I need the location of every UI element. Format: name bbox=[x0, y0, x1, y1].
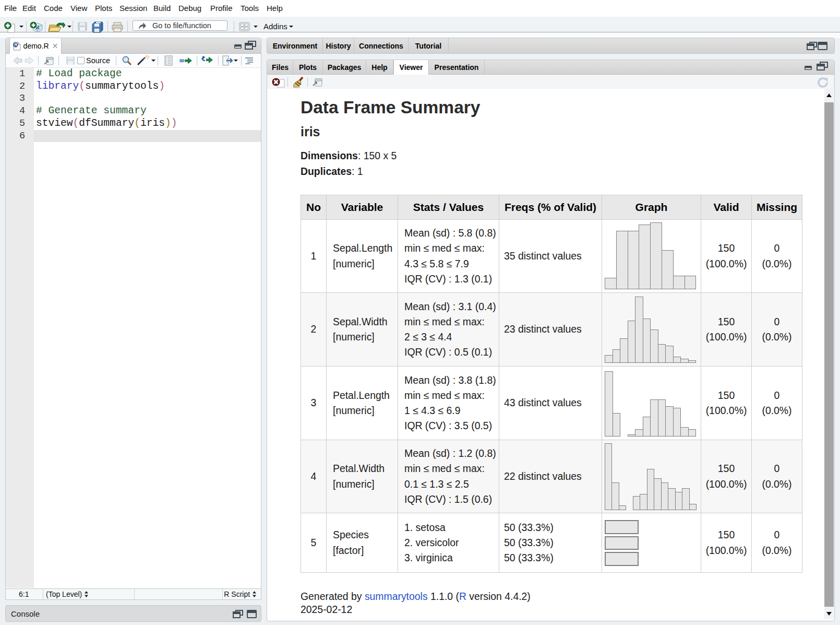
svg-text:R: R bbox=[14, 42, 18, 48]
